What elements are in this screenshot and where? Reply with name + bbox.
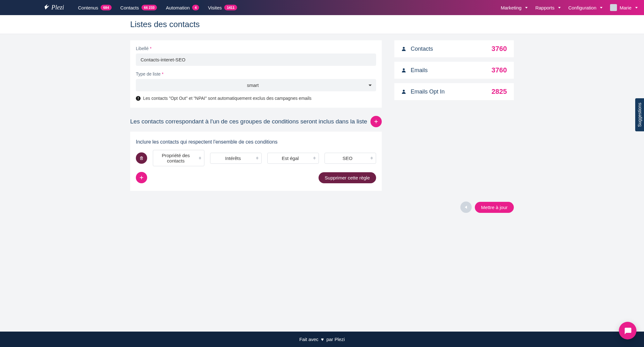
svg-rect-2 — [375, 121, 378, 122]
svg-point-7 — [403, 68, 405, 70]
conditions-section-title: Les contacts correspondant à l'un de ces… — [130, 118, 367, 125]
suggestions-tab[interactable]: Suggestions — [635, 98, 644, 131]
conditions-panel: Inclure les contacts qui respectent l'en… — [130, 132, 382, 191]
nav-user-label: Marie — [619, 5, 631, 10]
nav-automation-label: Automation — [166, 5, 190, 10]
chat-icon — [623, 326, 632, 335]
update-button[interactable]: Mettre à jour — [475, 202, 514, 213]
trash-icon — [139, 156, 144, 160]
left-column: Libellé * Type de liste * smart ! Le — [130, 40, 382, 191]
stat-optin-value: 2825 — [491, 88, 507, 96]
input-libelle[interactable] — [136, 54, 376, 66]
footer: Fait avec ♥ par Plezi — [0, 332, 644, 347]
navbar: Plezi Contenus 684 Contacts 66 233 Autom… — [0, 0, 644, 15]
nav-visites-badge: 1411 — [224, 5, 237, 10]
svg-rect-3 — [141, 157, 143, 160]
caret-down-icon — [635, 7, 638, 9]
select-type-wrap: smart — [136, 79, 376, 91]
nav-contacts-badge: 66 233 — [142, 5, 157, 10]
add-group-button[interactable] — [370, 116, 382, 127]
add-condition-button[interactable] — [136, 172, 147, 183]
nav-right: Marketing Rapports Configuration Marie — [501, 4, 638, 11]
condition-field-select[interactable]: Propriété des contacts — [153, 150, 204, 166]
conditions-subtitle: Inclure les contacts qui respectent l'en… — [136, 139, 376, 145]
stat-contacts-label: Contacts — [411, 46, 433, 52]
user-icon — [401, 89, 406, 94]
label-type: Type de liste * — [136, 71, 376, 77]
conditions-section-header: Les contacts correspondant à l'un de ces… — [130, 116, 382, 127]
stat-optin-label: Emails Opt In — [411, 88, 445, 95]
condition-attribute-select[interactable]: Intérêts — [210, 153, 262, 164]
stats-column: Contacts 3760 Emails 3760 Emails Opt In … — [394, 40, 514, 100]
caret-down-icon — [525, 7, 528, 9]
stat-optin: Emails Opt In 2825 — [394, 83, 514, 100]
stat-emails-label: Emails — [411, 67, 428, 74]
delete-condition-button[interactable] — [136, 152, 147, 164]
list-form-panel: Libellé * Type de liste * smart ! Le — [130, 40, 382, 108]
caret-down-icon — [558, 7, 561, 9]
heart-icon: ♥ — [321, 337, 324, 342]
nav-config[interactable]: Configuration — [568, 5, 602, 10]
page-header: Listes des contacts — [0, 15, 644, 34]
nav-contacts[interactable]: Contacts 66 233 — [120, 5, 157, 10]
nav-user[interactable]: Marie — [610, 4, 638, 11]
delete-rule-button[interactable]: Supprimer cette règle — [319, 172, 376, 183]
svg-point-6 — [403, 47, 405, 49]
nav-automation[interactable]: Automation 4 — [166, 5, 199, 10]
arrow-left-icon — [465, 206, 467, 209]
info-icon: ! — [136, 96, 141, 101]
stat-emails: Emails 3760 — [394, 62, 514, 79]
condition-operator-select[interactable]: Est égal — [267, 153, 319, 164]
nav-reports-label: Rapports — [535, 5, 554, 10]
svg-point-8 — [403, 90, 405, 92]
nav-contenus[interactable]: Contenus 684 — [78, 5, 112, 10]
select-type[interactable]: smart — [136, 79, 376, 91]
footer-pre: Fait avec — [299, 337, 319, 342]
logo[interactable]: Plezi — [44, 3, 78, 12]
avatar — [610, 4, 617, 11]
info-line: ! Les contacts "Opt Out" et "NPAI" sont … — [136, 96, 376, 101]
user-icon — [401, 46, 406, 51]
svg-rect-5 — [140, 177, 143, 178]
nav-config-label: Configuration — [568, 5, 596, 10]
nav-marketing[interactable]: Marketing — [501, 5, 528, 10]
plus-icon — [139, 175, 144, 180]
caret-down-icon — [600, 7, 602, 9]
plezi-logo-icon: Plezi — [44, 3, 78, 12]
condition-row: Propriété des contacts Intérêts Est égal — [136, 150, 376, 166]
nav-reports[interactable]: Rapports — [535, 5, 561, 10]
label-libelle: Libellé * — [136, 46, 376, 51]
required-mark: * — [150, 46, 151, 51]
main: Libellé * Type de liste * smart ! Le — [124, 34, 520, 197]
back-button[interactable] — [460, 202, 472, 213]
nav-contacts-label: Contacts — [120, 5, 139, 10]
action-row: Mettre à jour — [124, 202, 520, 213]
nav-visites[interactable]: Visites 1411 — [208, 5, 237, 10]
svg-text:Plezi: Plezi — [51, 4, 64, 11]
info-text: Les contacts "Opt Out" et "NPAI" sont au… — [143, 96, 312, 101]
stat-emails-value: 3760 — [491, 66, 507, 74]
nav-visites-label: Visites — [208, 5, 222, 10]
page-title: Listes des contacts — [130, 20, 514, 29]
stat-contacts-value: 3760 — [491, 45, 507, 53]
nav-contenus-badge: 684 — [101, 5, 111, 10]
nav-left: Contenus 684 Contacts 66 233 Automation … — [78, 5, 237, 10]
condition-value-select[interactable]: SEO — [325, 153, 376, 164]
user-icon — [401, 68, 406, 73]
nav-marketing-label: Marketing — [501, 5, 522, 10]
required-mark: * — [162, 71, 164, 77]
nav-contenus-label: Contenus — [78, 5, 98, 10]
plus-icon — [374, 119, 378, 124]
footer-post: par Plezi — [326, 337, 345, 342]
chat-fab[interactable] — [619, 322, 636, 339]
nav-automation-badge: 4 — [192, 5, 199, 10]
stat-contacts: Contacts 3760 — [394, 40, 514, 57]
